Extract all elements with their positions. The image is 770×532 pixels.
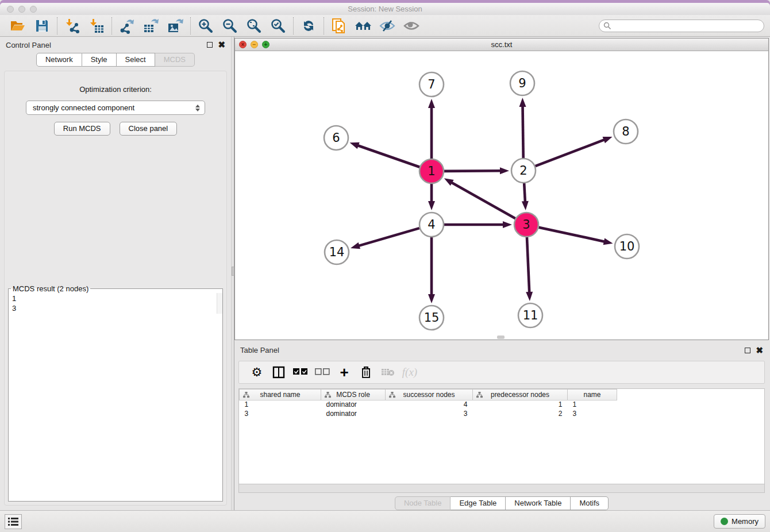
network-maximize-button[interactable]: + xyxy=(262,41,270,48)
plus-icon: + xyxy=(340,367,348,378)
table-cell[interactable]: 3 xyxy=(240,409,321,418)
tab-network-table[interactable]: Network Table xyxy=(506,496,571,510)
close-panel-button[interactable]: Close panel xyxy=(120,122,178,136)
tab-network[interactable]: Network xyxy=(36,53,82,67)
deselect-all-rows-button[interactable] xyxy=(311,363,333,381)
export-network-button[interactable] xyxy=(115,16,139,36)
table-cell[interactable]: 2 xyxy=(473,409,568,418)
graph-edge[interactable] xyxy=(536,139,606,166)
run-mcds-button[interactable]: Run MCDS xyxy=(54,122,110,136)
graph-node-6[interactable]: 6 xyxy=(324,126,348,150)
graph-node-14[interactable]: 14 xyxy=(325,240,349,264)
table-hscroll[interactable] xyxy=(238,484,765,493)
graph-node-15[interactable]: 15 xyxy=(419,306,444,330)
refresh-layout-button[interactable] xyxy=(297,16,321,36)
open-session-button[interactable] xyxy=(6,16,30,36)
canvas-hscroll-thumb[interactable] xyxy=(497,336,505,339)
memory-button[interactable]: Memory xyxy=(714,514,765,529)
tab-style[interactable]: Style xyxy=(82,53,117,67)
zoom-out-button[interactable] xyxy=(218,16,242,36)
zoom-in-button[interactable] xyxy=(194,16,218,36)
graph-edge[interactable] xyxy=(522,105,523,158)
panel-splitter[interactable] xyxy=(231,37,234,510)
graph-edge[interactable] xyxy=(527,237,529,294)
graph-edge[interactable] xyxy=(538,228,606,242)
network-minimize-button[interactable]: − xyxy=(251,41,258,48)
table-cell[interactable]: 3 xyxy=(386,409,473,418)
column-header-MCDS-role[interactable]: MCDS role xyxy=(321,389,386,400)
search-input[interactable] xyxy=(611,21,764,31)
column-header-predecessor-nodes[interactable]: predecessor nodes xyxy=(473,389,568,400)
float-panel-icon[interactable] xyxy=(207,42,213,48)
split-view-icon xyxy=(272,366,285,379)
show-all-networks-button[interactable] xyxy=(351,16,375,36)
table-row[interactable]: 1dominator411 xyxy=(240,400,627,409)
graph-node-2[interactable]: 2 xyxy=(511,159,536,183)
svg-text:11: 11 xyxy=(523,309,538,322)
tab-node-table[interactable]: Node Table xyxy=(395,496,451,510)
table-cell[interactable]: 3 xyxy=(568,409,617,418)
criterion-select[interactable]: strongly connected component xyxy=(26,101,205,115)
select-all-rows-button[interactable] xyxy=(290,363,311,381)
search-field[interactable] xyxy=(599,20,764,32)
graph-edge[interactable] xyxy=(524,183,525,203)
column-header-name[interactable]: name xyxy=(568,389,617,400)
splitter-handle-icon[interactable] xyxy=(232,267,234,276)
graph-edge[interactable] xyxy=(444,171,502,171)
control-panel: Control Panel ✖ NetworkStyleSelectMCDS O… xyxy=(0,37,231,510)
clone-network-icon xyxy=(331,17,347,34)
application-window: Session: New Session xyxy=(0,0,770,532)
graph-edge[interactable] xyxy=(450,182,515,218)
zoom-fit-button[interactable] xyxy=(242,16,266,36)
graph-node-11[interactable]: 11 xyxy=(518,303,542,327)
export-table-button[interactable] xyxy=(139,16,163,36)
hide-selected-button[interactable] xyxy=(375,16,399,36)
graph-node-8[interactable]: 8 xyxy=(614,119,638,144)
graph-edge-arrowhead xyxy=(503,221,512,228)
tab-mcds[interactable]: MCDS xyxy=(155,53,195,67)
show-selected-button[interactable] xyxy=(399,16,424,36)
import-network-button[interactable] xyxy=(60,16,84,36)
float-table-panel-icon[interactable] xyxy=(745,348,750,353)
save-session-button[interactable] xyxy=(30,16,54,36)
graph-node-4[interactable]: 4 xyxy=(419,213,444,237)
table-cell[interactable]: dominator xyxy=(321,409,386,418)
close-table-panel-icon[interactable]: ✖ xyxy=(756,348,763,353)
split-view-button[interactable] xyxy=(268,363,290,381)
graph-node-7[interactable]: 7 xyxy=(419,72,444,97)
table-cell[interactable]: 1 xyxy=(473,400,568,409)
table-row[interactable]: 3dominator323 xyxy=(240,409,627,418)
column-header-shared-name[interactable]: shared name xyxy=(240,389,321,400)
sort-hierarchy-icon xyxy=(476,392,483,398)
clone-network-button[interactable] xyxy=(327,16,351,36)
sort-hierarchy-icon xyxy=(243,392,249,398)
export-image-button[interactable] xyxy=(163,16,187,36)
table-cell[interactable]: 1 xyxy=(568,400,617,409)
graph-node-10[interactable]: 10 xyxy=(615,234,639,259)
column-header-successor-nodes[interactable]: successor nodes xyxy=(386,389,473,400)
network-canvas[interactable]: 1234678910111415 xyxy=(235,51,768,340)
zoom-selected-button[interactable] xyxy=(266,16,290,36)
graph-node-1[interactable]: 1 xyxy=(419,159,444,183)
import-table-button[interactable] xyxy=(84,16,109,36)
eye-icon xyxy=(403,19,420,33)
tab-edge-table[interactable]: Edge Table xyxy=(451,496,506,510)
graph-node-9[interactable]: 9 xyxy=(510,71,534,95)
graph-edge[interactable] xyxy=(356,145,419,167)
result-scrollbar[interactable] xyxy=(217,293,222,314)
delete-row-button[interactable] xyxy=(355,363,377,381)
tab-motifs[interactable]: Motifs xyxy=(571,496,609,510)
table-cell[interactable]: 1 xyxy=(240,400,321,409)
graph-node-3[interactable]: 3 xyxy=(514,213,538,237)
tab-select[interactable]: Select xyxy=(117,53,155,67)
graph-edge[interactable] xyxy=(357,228,419,246)
delete-column-icon xyxy=(381,368,395,377)
add-column-button[interactable]: + xyxy=(333,363,355,381)
table-settings-button[interactable]: ⚙ xyxy=(246,363,268,381)
table-cell[interactable]: dominator xyxy=(321,400,386,409)
task-history-button[interactable] xyxy=(5,514,22,529)
close-panel-icon[interactable]: ✖ xyxy=(218,42,225,48)
table-cell[interactable]: 4 xyxy=(386,400,473,409)
save-disk-icon xyxy=(34,18,49,33)
network-close-button[interactable]: × xyxy=(239,41,247,48)
